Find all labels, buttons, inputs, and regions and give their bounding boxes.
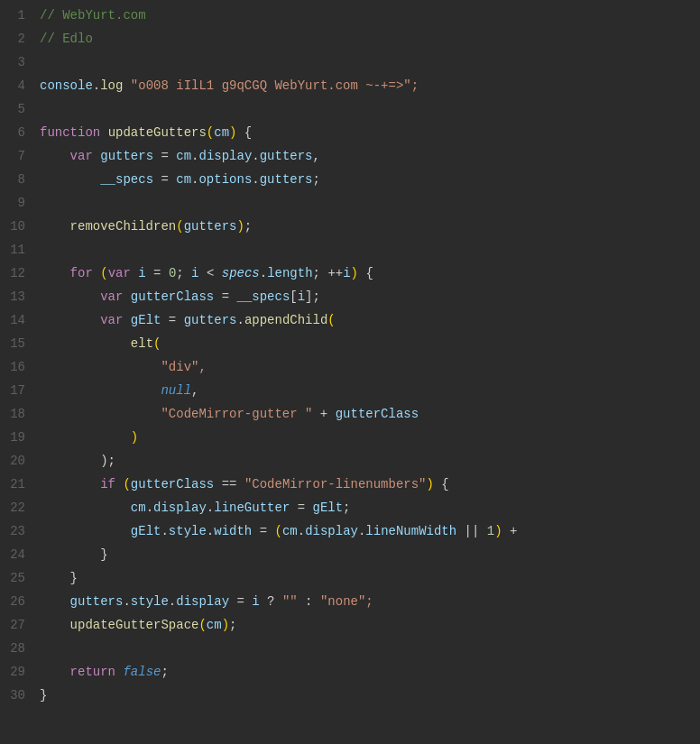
line-number: 26 xyxy=(4,590,25,613)
line-number: 17 xyxy=(4,379,25,402)
code-token: ; xyxy=(313,172,320,187)
code-token xyxy=(40,289,100,304)
code-token: cm xyxy=(131,501,146,515)
code-token: if xyxy=(100,477,115,491)
code-token xyxy=(100,125,107,140)
code-token: : xyxy=(298,594,320,609)
code-token xyxy=(40,360,161,374)
code-token: gutterClass xyxy=(131,289,214,304)
code-line: cm.display.lineGutter = gElt; xyxy=(40,496,693,519)
line-number: 22 xyxy=(4,496,25,519)
line-number: 24 xyxy=(4,543,25,566)
code-token: ; xyxy=(161,665,168,679)
code-token: ; xyxy=(176,266,191,280)
code-token: for xyxy=(70,266,93,280)
code-token: gutters xyxy=(260,172,313,187)
code-line: for (var i = 0; i < specs.length; ++i) { xyxy=(40,262,693,285)
code-token: i xyxy=(343,266,350,280)
line-number: 8 xyxy=(4,168,25,191)
line-number: 3 xyxy=(4,51,25,74)
code-line xyxy=(40,637,693,660)
code-line xyxy=(40,97,693,121)
code-token: specs xyxy=(222,266,260,280)
code-token: { xyxy=(358,266,373,280)
code-token: = xyxy=(214,289,236,304)
line-number: 13 xyxy=(4,285,25,308)
code-token: . xyxy=(252,172,259,187)
code-token xyxy=(40,149,70,163)
code-content: // WebYurt.com// Edlo console.log "o008 … xyxy=(32,4,700,740)
code-token: "div", xyxy=(161,360,206,374)
code-token: ( xyxy=(100,266,107,280)
code-token: ; xyxy=(244,219,252,234)
code-token xyxy=(40,454,100,468)
code-token: . xyxy=(123,594,130,609)
code-token: ) xyxy=(236,219,244,234)
code-token: + xyxy=(502,524,518,538)
line-numbers: 1234567891011121314151617181920212223242… xyxy=(0,4,32,740)
code-line: ) xyxy=(40,426,693,449)
code-line xyxy=(40,238,693,262)
code-token xyxy=(123,289,130,304)
code-line: var gutters = cm.display.gutters, xyxy=(40,144,693,168)
line-number: 18 xyxy=(4,402,25,426)
line-number: 14 xyxy=(4,308,25,332)
code-token: ( xyxy=(327,313,335,327)
code-token: display xyxy=(153,501,207,515)
code-token: = xyxy=(146,266,169,280)
code-token: = xyxy=(252,524,274,538)
code-token: . xyxy=(207,501,214,515)
code-token: return xyxy=(70,665,115,679)
code-token: "CodeMirror-linenumbers" xyxy=(244,477,427,491)
code-token: gutters xyxy=(184,313,237,327)
code-token: __specs xyxy=(236,289,290,304)
code-line: elt( xyxy=(40,332,693,355)
code-token: ( xyxy=(207,125,214,140)
code-token: function xyxy=(40,125,100,140)
code-token: updateGutterSpace xyxy=(70,618,199,632)
code-token: . xyxy=(207,524,214,538)
code-token: updateGutters xyxy=(108,125,207,140)
code-editor: 1234567891011121314151617181920212223242… xyxy=(0,0,700,744)
code-token: < xyxy=(199,266,222,280)
code-token: ; xyxy=(343,501,350,515)
line-number: 10 xyxy=(4,215,25,238)
code-token: style xyxy=(169,524,207,538)
code-token: i xyxy=(298,289,305,304)
code-token: ( xyxy=(176,219,183,234)
code-token: 1 xyxy=(487,524,494,538)
code-line xyxy=(40,51,693,74)
code-line: var gutterClass = __specs[i]; xyxy=(40,285,693,308)
code-token xyxy=(40,524,131,538)
code-line: function updateGutters(cm) { xyxy=(40,121,693,144)
code-token: "o008 iIlL1 g9qCGQ WebYurt.com ~-+=>"; xyxy=(131,78,419,93)
line-number: 16 xyxy=(4,355,25,379)
code-line: "CodeMirror-gutter " + gutterClass xyxy=(40,402,693,426)
code-token: lineNumWidth xyxy=(365,524,456,538)
code-token: gElt xyxy=(131,313,161,327)
code-token: // Edlo xyxy=(40,32,93,46)
code-token xyxy=(40,501,131,515)
line-number: 11 xyxy=(4,238,25,262)
code-line: "div", xyxy=(40,355,693,379)
code-token: { xyxy=(236,125,252,140)
code-token: width xyxy=(214,524,252,538)
code-token: { xyxy=(434,477,449,491)
code-line: // Edlo xyxy=(40,27,693,51)
line-number: 5 xyxy=(4,97,25,121)
code-token: i xyxy=(138,266,145,280)
code-token: display xyxy=(198,149,252,163)
line-number: 28 xyxy=(4,637,25,660)
code-token xyxy=(40,665,70,679)
code-token xyxy=(40,430,131,445)
code-token: false xyxy=(123,665,161,679)
code-token: ; xyxy=(229,618,236,632)
code-token: [ xyxy=(290,289,297,304)
code-token xyxy=(93,149,100,163)
code-line: ); xyxy=(40,449,693,473)
code-token: ( xyxy=(275,524,282,538)
line-number: 2 xyxy=(4,27,25,51)
code-token: ; ++ xyxy=(313,266,344,280)
code-line: gElt.style.width = (cm.display.lineNumWi… xyxy=(40,519,693,543)
code-token: ); xyxy=(100,454,115,468)
